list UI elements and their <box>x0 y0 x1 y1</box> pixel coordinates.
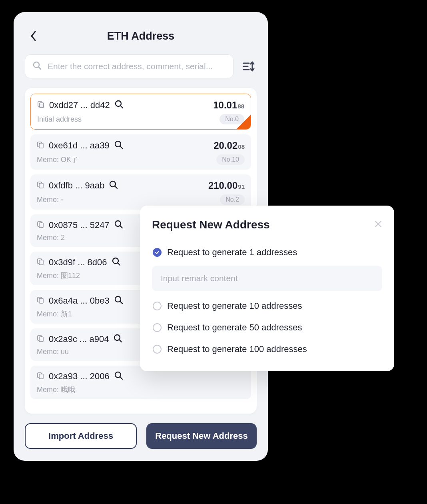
lookup-icon[interactable] <box>114 334 122 344</box>
balance: 20.0208 <box>214 140 245 151</box>
generate-option[interactable]: Request to generate 10 addresses <box>152 295 382 317</box>
address-item[interactable]: 0xfdfb ... 9aab210.0091Memo: -No.2 <box>30 174 251 210</box>
svg-line-25 <box>118 263 120 265</box>
sort-icon <box>243 61 255 72</box>
lookup-icon[interactable] <box>114 296 123 306</box>
address-row-main: 0x2a93 ... 2006 <box>37 371 245 382</box>
serial-badge: No.2 <box>220 194 245 205</box>
balance: 10.0188 <box>213 100 244 111</box>
radio-unchecked-icon <box>153 302 162 310</box>
svg-line-33 <box>120 340 122 342</box>
memo-text: Memo: 哦哦 <box>37 385 75 394</box>
radio-checked-icon <box>153 248 162 257</box>
copy-icon[interactable] <box>37 258 44 267</box>
generate-option[interactable]: Request to generate 1 addresses <box>152 242 382 263</box>
serial-badge: No.0 <box>219 114 244 124</box>
copy-icon[interactable] <box>37 181 44 190</box>
memo-text: Memo: 2 <box>37 234 65 242</box>
svg-line-9 <box>120 106 123 108</box>
address-item[interactable]: 0xe61d ... aa3920.0208Memo: OK了No.10 <box>30 134 251 170</box>
address-item[interactable]: 0xdd27 ... dd4210.0188Initial addressNo.… <box>30 94 251 130</box>
generate-option-label: Request to generate 10 addresses <box>167 301 302 311</box>
address-text: 0xfdfb ... 9aab <box>49 180 104 191</box>
chevron-left-icon <box>30 31 37 41</box>
address-text: 0x2a9c ... a904 <box>49 334 109 344</box>
close-button[interactable] <box>374 220 382 230</box>
svg-line-17 <box>115 186 118 188</box>
request-new-address-button[interactable]: Request New Address <box>146 423 257 449</box>
address-row-meta: Memo: OK了No.10 <box>37 154 245 165</box>
lookup-icon[interactable] <box>114 140 123 151</box>
svg-rect-15 <box>39 183 43 188</box>
generate-option[interactable]: Request to generate 100 addresses <box>152 338 382 360</box>
search-box[interactable] <box>25 54 233 78</box>
sort-button[interactable] <box>241 58 257 74</box>
address-text: 0x6a4a ... 0be3 <box>49 296 110 306</box>
copy-icon[interactable] <box>37 141 44 150</box>
memo-text: Memo: - <box>37 196 63 204</box>
footer-actions: Import Address Request New Address <box>25 414 257 449</box>
svg-line-13 <box>120 146 122 148</box>
serial-badge: No.10 <box>216 154 245 165</box>
search-row <box>25 54 257 78</box>
svg-rect-11 <box>39 143 43 148</box>
svg-rect-7 <box>40 103 44 108</box>
address-row-main: 0xe61d ... aa3920.0208 <box>37 140 245 151</box>
generate-option-label: Request to generate 50 addresses <box>167 322 302 333</box>
memo-text: Memo: 新1 <box>37 309 72 319</box>
address-row-meta: Memo: -No.2 <box>37 194 245 205</box>
svg-rect-35 <box>39 374 43 379</box>
import-address-button[interactable]: Import Address <box>25 423 137 449</box>
back-button[interactable] <box>28 30 39 42</box>
lookup-icon[interactable] <box>112 257 121 268</box>
address-text: 0x0875 ... 5247 <box>49 220 110 230</box>
copy-icon[interactable] <box>37 372 44 381</box>
modal-title: Request New Address <box>152 218 270 231</box>
address-text: 0x3d9f ... 8d06 <box>49 257 107 268</box>
address-row-meta: Initial addressNo.0 <box>37 114 244 124</box>
svg-rect-27 <box>39 298 43 303</box>
lookup-icon[interactable] <box>114 371 123 382</box>
svg-line-1 <box>39 67 41 70</box>
svg-line-29 <box>120 301 122 304</box>
copy-icon[interactable] <box>37 296 44 305</box>
memo-text: Memo: 圈112 <box>37 271 80 280</box>
search-input[interactable] <box>48 62 226 71</box>
copy-icon[interactable] <box>37 221 44 230</box>
request-new-address-modal: Request New Address Request to generate … <box>140 206 394 371</box>
balance: 210.0091 <box>208 180 245 191</box>
address-row-meta: Memo: 哦哦 <box>37 385 245 394</box>
svg-rect-23 <box>39 260 43 265</box>
copy-icon[interactable] <box>37 101 44 110</box>
svg-line-21 <box>120 226 122 228</box>
radio-unchecked-icon <box>153 323 162 332</box>
generate-option-label: Request to generate 1 addresses <box>167 247 297 258</box>
address-text: 0xe61d ... aa39 <box>49 140 110 151</box>
copy-icon[interactable] <box>37 335 44 344</box>
address-text: 0xdd27 ... dd42 <box>49 100 110 110</box>
svg-line-37 <box>120 377 122 379</box>
generate-option[interactable]: Request to generate 50 addresses <box>152 317 382 338</box>
address-row-main: 0xdd27 ... dd4210.0188 <box>37 100 244 111</box>
lookup-icon[interactable] <box>109 180 118 191</box>
svg-rect-19 <box>39 223 43 228</box>
remark-input[interactable] <box>152 266 382 291</box>
svg-rect-31 <box>39 337 43 342</box>
header: ETH Address <box>25 28 257 44</box>
memo-text: Memo: OK了 <box>37 155 78 164</box>
lookup-icon[interactable] <box>115 100 124 110</box>
close-icon <box>374 220 382 228</box>
address-text: 0x2a93 ... 2006 <box>49 371 110 382</box>
search-icon <box>32 61 42 72</box>
address-row-main: 0xfdfb ... 9aab210.0091 <box>37 180 245 191</box>
modal-options: Request to generate 1 addressesRequest t… <box>152 242 382 360</box>
memo-text: Memo: uu <box>37 348 69 356</box>
generate-option-label: Request to generate 100 addresses <box>167 344 307 354</box>
memo-text: Initial address <box>37 115 82 124</box>
radio-unchecked-icon <box>153 345 162 354</box>
lookup-icon[interactable] <box>114 220 123 230</box>
page-title: ETH Address <box>107 30 175 42</box>
modal-header: Request New Address <box>152 218 382 231</box>
